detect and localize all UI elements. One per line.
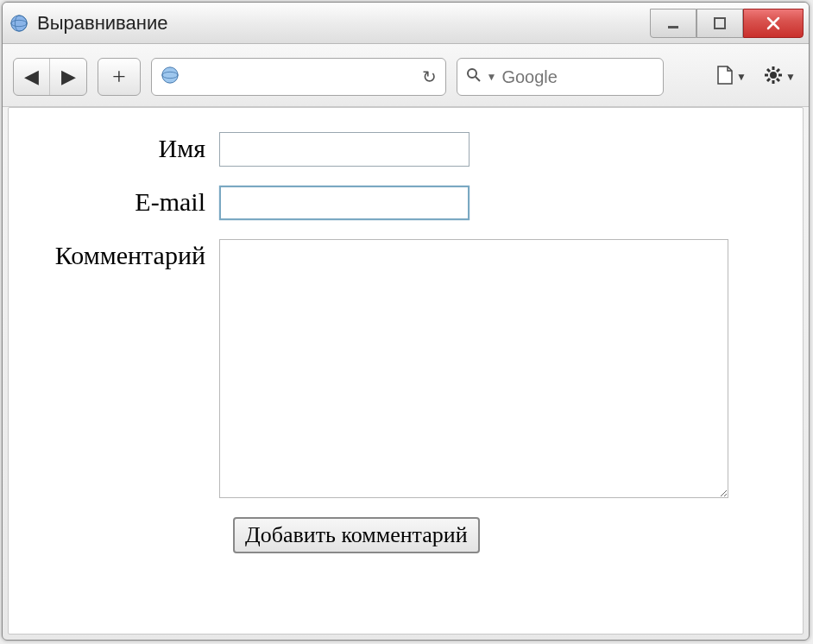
app-icon (9, 14, 28, 33)
comment-label: Комментарий (29, 239, 219, 270)
address-bar[interactable]: ↻ (151, 58, 446, 96)
svg-rect-3 (715, 18, 725, 28)
window-controls (650, 9, 804, 38)
page-icon (715, 65, 734, 89)
browser-window: Выравнивание ◀ ▶ + (2, 2, 810, 641)
plus-icon: + (112, 63, 126, 91)
back-icon: ◀ (24, 66, 39, 88)
toolbar: ◀ ▶ + ↻ (3, 44, 809, 107)
comment-row: Комментарий (29, 239, 782, 498)
chevron-down-icon: ▼ (487, 71, 497, 84)
back-button[interactable]: ◀ (14, 59, 50, 95)
window-title: Выравнивание (37, 12, 650, 35)
globe-icon (161, 66, 180, 88)
svg-point-6 (468, 69, 476, 78)
svg-line-13 (767, 69, 770, 72)
email-field[interactable] (219, 186, 470, 220)
close-button[interactable] (743, 9, 804, 38)
svg-line-7 (476, 77, 480, 81)
chevron-down-icon: ▼ (785, 71, 796, 84)
submit-row: Добавить комментарий (233, 517, 782, 553)
svg-point-4 (162, 67, 178, 83)
refresh-icon[interactable]: ↻ (422, 66, 437, 87)
page-menu-button[interactable]: ▼ (712, 58, 750, 96)
svg-line-14 (777, 79, 779, 81)
svg-point-8 (770, 72, 777, 79)
new-tab-button[interactable]: + (98, 58, 141, 96)
svg-line-15 (767, 79, 770, 81)
name-field[interactable] (219, 132, 470, 167)
name-label: Имя (29, 132, 219, 163)
chevron-down-icon: ▼ (736, 71, 747, 84)
email-label: E-mail (29, 186, 219, 217)
search-input[interactable] (501, 67, 720, 87)
minimize-button[interactable] (650, 9, 696, 38)
search-bar[interactable]: ▼ (457, 58, 664, 96)
address-input[interactable] (186, 68, 415, 86)
gear-icon (763, 65, 784, 89)
titlebar: Выравнивание (3, 3, 809, 44)
forward-button[interactable]: ▶ (50, 59, 86, 95)
nav-group: ◀ ▶ (13, 58, 87, 96)
comment-field[interactable] (219, 239, 728, 498)
submit-button[interactable]: Добавить комментарий (233, 517, 480, 553)
svg-rect-2 (668, 26, 678, 28)
forward-icon: ▶ (61, 66, 76, 88)
name-row: Имя (29, 132, 782, 167)
page-content: Имя E-mail Комментарий Добавить коммента… (8, 107, 804, 635)
email-row: E-mail (29, 186, 782, 220)
settings-menu-button[interactable]: ▼ (760, 58, 798, 96)
maximize-button[interactable] (696, 9, 743, 38)
search-icon (466, 67, 482, 87)
svg-line-16 (777, 69, 779, 72)
